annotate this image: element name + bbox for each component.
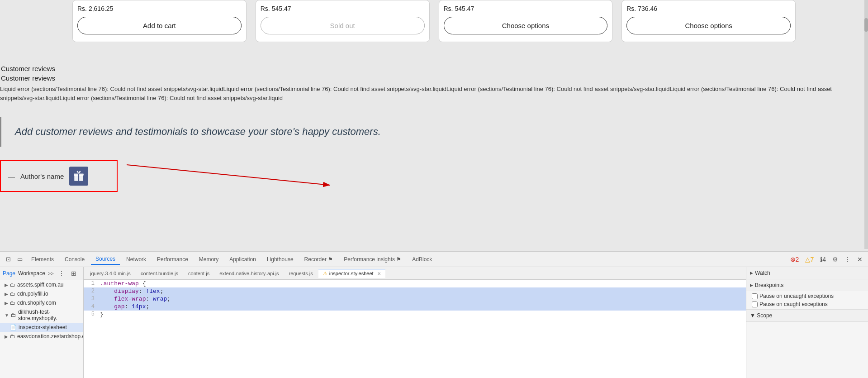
author-dash: — [8,172,15,180]
customer-reviews-heading-1: Customer reviews [0,65,868,74]
customer-reviews-section: Customer reviews Customer reviews Liquid… [0,60,868,192]
choose-options-button-2[interactable]: Choose options [626,17,791,34]
choose-options-button-1[interactable]: Choose options [444,17,608,34]
add-to-cart-button[interactable]: Add to cart [77,17,242,34]
page-scrollbar[interactable] [864,0,868,249]
svg-rect-2 [78,174,79,181]
sold-out-button: Sold out [261,17,425,34]
author-box: — Author's name [0,160,118,192]
annotation-arrow [127,156,353,192]
gift-icon [73,170,85,182]
gift-icon-box [69,167,88,186]
testimonial-quote-block: Add customer reviews and testimonials to… [0,117,868,147]
product-card-4: Rs. 736.46 Choose options [621,0,796,42]
product-card-2: Rs. 545.47 Sold out [256,0,430,42]
product-price-4: Rs. 736.46 [626,5,657,12]
svg-line-4 [127,165,330,185]
product-price-2: Rs. 545.47 [261,5,291,12]
product-price-1: Rs. 2,616.25 [77,5,113,12]
product-card-3: Rs. 545.47 Choose options [439,0,613,42]
scrollbar-thumb[interactable] [864,18,868,32]
liquid-error-text: Liquid error (sections/Testimonial line … [0,84,868,103]
product-price-3: Rs. 545.47 [444,5,474,12]
author-box-wrapper: — Author's name [0,160,868,192]
testimonial-quote: Add customer reviews and testimonials to… [15,126,868,138]
product-card-1: Rs. 2,616.25 Add to cart [72,0,247,42]
customer-reviews-heading-2: Customer reviews [0,74,868,84]
author-name: Author's name [20,172,64,180]
product-cards-area: Rs. 2,616.25 Add to cart Rs. 545.47 Sold… [0,0,868,60]
